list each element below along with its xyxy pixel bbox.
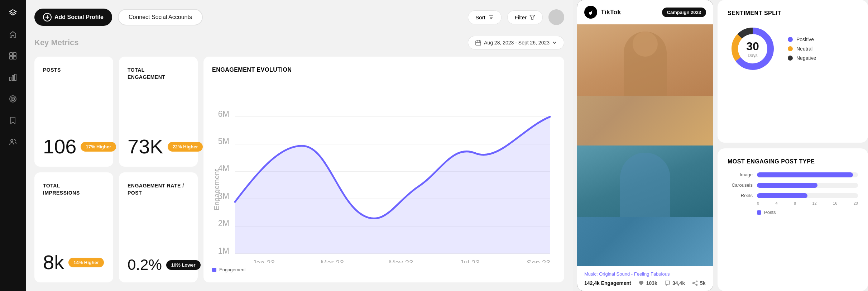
bar-fill-image [757, 172, 853, 177]
add-profile-label: Add Social Profile [54, 14, 104, 20]
axis-4: 4 [776, 201, 778, 205]
svg-point-39 [692, 283, 694, 284]
tiktok-music-info: Music: Original Sound - Feeling Fabulous [584, 271, 706, 277]
engagement-legend-label: Engagement [219, 267, 246, 272]
tiktok-shares-count: 5k [700, 280, 706, 286]
svg-line-41 [694, 282, 696, 283]
tiktok-engagement-total: 142,4k Engagement [584, 280, 631, 286]
donut-number: 30 [746, 40, 759, 53]
bar-chart-icon[interactable] [7, 72, 19, 83]
bar-label-image: Image [728, 172, 753, 177]
user-avatar[interactable] [548, 9, 564, 25]
connect-accounts-button[interactable]: Connect Social Accounts [118, 9, 203, 25]
date-range-button[interactable]: Aug 28, 2023 - Sept 26, 2023 [468, 36, 564, 49]
tiktok-logo-icon [584, 6, 597, 19]
tiktok-comments-stat: 34,4k [665, 280, 685, 286]
comment-icon [665, 280, 670, 286]
users-icon[interactable] [7, 136, 19, 148]
target-icon[interactable] [7, 93, 19, 105]
bar-label-reels: Reels [728, 193, 753, 198]
chart-title: ENGAGEMENT EVOLUTION [212, 67, 556, 73]
header-bar: + Add Social Profile Connect Social Acco… [34, 9, 564, 26]
positive-color [788, 37, 793, 42]
bookmark-icon[interactable] [7, 115, 19, 126]
posts-label: POSTS [43, 67, 105, 74]
tiktok-stats: 142,4k Engagement 103k 34,4k 5k [584, 280, 706, 286]
axis-12: 12 [812, 201, 817, 205]
total-impressions-card: TOTALIMPRESSIONS 8k 14% Higher [34, 172, 113, 282]
sentiment-card: SENTIMENT SPLIT 30 Days [718, 0, 868, 143]
grid-icon[interactable] [7, 50, 19, 62]
posts-value: 106 [43, 137, 76, 157]
tiktok-footer: Music: Original Sound - Feeling Fabulous… [577, 266, 713, 291]
total-engagement-card: TOTALENGAGEMENT 73K 22% Higher [119, 57, 198, 167]
svg-point-40 [696, 285, 697, 286]
bar-axis: 0 4 8 12 16 20 [728, 201, 858, 205]
section-title: Key Metrics [34, 38, 468, 47]
donut-label: Days [746, 53, 759, 58]
svg-rect-3 [10, 56, 13, 59]
positive-label: Positive [796, 37, 814, 42]
chart-area: 1M 2M 3M 4M 5M 6M Jan 23 Mar 23 [212, 80, 556, 263]
main-content: + Add Social Profile Connect Social Acco… [26, 0, 573, 291]
engagement-chart-svg: 1M 2M 3M 4M 5M 6M Jan 23 Mar 23 [212, 80, 556, 263]
sort-label: Sort [475, 14, 485, 20]
right-panels: SENTIMENT SPLIT 30 Days [718, 0, 868, 291]
svg-point-11 [11, 139, 13, 142]
tiktok-likes-count: 103k [646, 280, 657, 286]
bar-track-reels [757, 193, 858, 198]
svg-point-38 [696, 281, 697, 282]
bar-track-image [757, 172, 858, 177]
sort-button[interactable]: Sort [468, 10, 502, 24]
engagement-rate-card: ENGAGEMENT RATE / POST 0.2% 10% Lower [119, 172, 198, 282]
tiktok-shares-stat: 5k [692, 280, 706, 286]
donut-chart: 30 Days [728, 24, 778, 74]
engagement-legend-dot [212, 268, 216, 272]
tiktok-music-link[interactable]: Feeling Fabulous [634, 271, 670, 277]
svg-text:May 23: May 23 [389, 259, 413, 263]
negative-label: Negative [796, 55, 816, 61]
post-type-legend: Posts [728, 210, 858, 215]
posts-legend-label: Posts [764, 210, 776, 215]
filter-icon [529, 14, 535, 20]
filter-button[interactable]: Filter [507, 10, 543, 24]
bar-row-reels: Reels [728, 193, 858, 198]
heart-icon [638, 280, 644, 286]
chart-legend: Engagement [212, 267, 556, 272]
section-header: Key Metrics Aug 28, 2023 - Sept 26, 2023 [34, 36, 564, 49]
engagement-rate-value: 0.2% [128, 257, 162, 272]
tiktok-media-grid [577, 24, 713, 266]
sentiment-content: 30 Days Positive Neutral Negative [728, 24, 858, 74]
tiktok-comments-count: 34,4k [672, 280, 685, 286]
total-engagement-value: 73K [128, 137, 163, 157]
svg-line-42 [694, 283, 696, 285]
layers-icon[interactable] [7, 7, 19, 19]
tiktok-platform-name: TikTok [601, 9, 621, 16]
bar-row-carousels: Carousels [728, 182, 858, 188]
connect-accounts-label: Connect Social Accounts [129, 14, 192, 20]
svg-point-10 [13, 99, 13, 99]
bar-track-carousels [757, 183, 858, 188]
bar-fill-reels [757, 193, 807, 198]
bar-fill-carousels [757, 183, 817, 188]
svg-text:Jul 23: Jul 23 [460, 259, 480, 263]
home-icon[interactable] [7, 29, 19, 40]
bar-label-carousels: Carousels [728, 182, 753, 188]
axis-8: 8 [794, 201, 796, 205]
negative-color [788, 56, 793, 61]
chevron-down-icon [552, 40, 557, 45]
posts-card: POSTS 106 17% Higher [34, 57, 113, 167]
svg-text:Sep 23: Sep 23 [527, 259, 550, 263]
add-profile-button[interactable]: + Add Social Profile [34, 9, 112, 26]
post-type-title: MOST ENGAGING POST TYPE [728, 158, 858, 165]
sentiment-negative: Negative [788, 55, 816, 61]
sidebar [0, 0, 26, 291]
svg-text:2M: 2M [218, 219, 229, 228]
svg-rect-16 [476, 41, 481, 45]
axis-0: 0 [757, 201, 759, 205]
sort-icon [488, 14, 494, 20]
svg-text:5M: 5M [218, 137, 229, 146]
total-impressions-badge: 14% Higher [68, 258, 104, 267]
total-impressions-label: TOTALIMPRESSIONS [43, 182, 105, 196]
svg-rect-4 [13, 56, 16, 59]
